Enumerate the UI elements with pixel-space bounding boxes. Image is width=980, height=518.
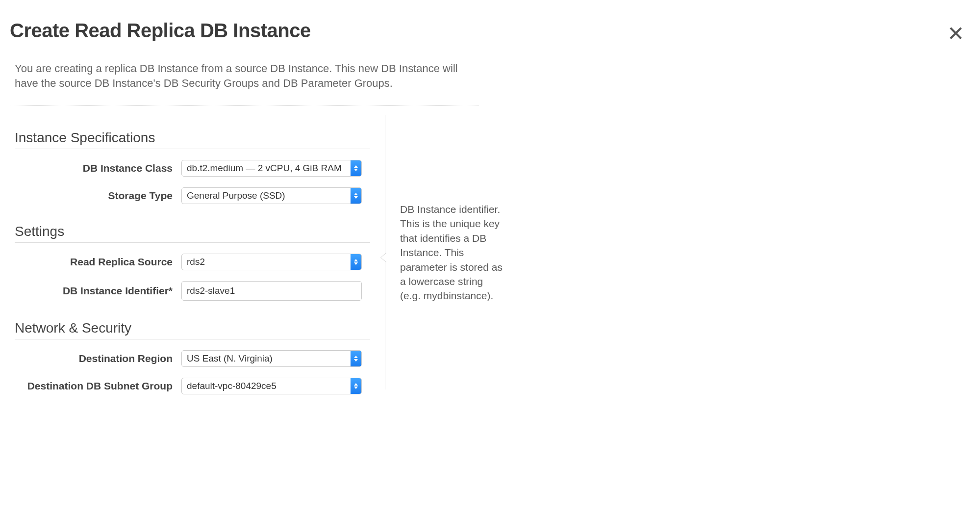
close-icon[interactable]: ✕ <box>947 24 964 44</box>
select-destination-db-subnet-group[interactable]: default-vpc-80429ce5 <box>181 378 362 394</box>
field-destination-region: Destination Region US East (N. Virginia) <box>15 350 370 367</box>
updown-icon <box>351 254 361 270</box>
field-read-replica-source: Read Replica Source rds2 <box>15 254 370 270</box>
label-destination-db-subnet-group: Destination DB Subnet Group <box>15 380 181 392</box>
select-destination-region[interactable]: US East (N. Virginia) <box>181 350 362 367</box>
section-title-settings: Settings <box>15 224 370 243</box>
help-column: DB Instance identifier. This is the uniq… <box>385 110 513 394</box>
callout-arrow-icon <box>380 253 386 262</box>
select-value: db.t2.medium — 2 vCPU, 4 GiB RAM <box>182 163 347 174</box>
label-destination-region: Destination Region <box>15 353 181 364</box>
select-read-replica-source[interactable]: rds2 <box>181 254 362 270</box>
section-title-network-security: Network & Security <box>15 320 370 339</box>
field-destination-db-subnet-group: Destination DB Subnet Group default-vpc-… <box>15 378 370 394</box>
select-storage-type[interactable]: General Purpose (SSD) <box>181 187 362 204</box>
dialog-create-read-replica: ✕ Create Read Replica DB Instance You ar… <box>0 0 980 518</box>
page-title: Create Read Replica DB Instance <box>10 20 970 42</box>
help-text-db-instance-identifier: DB Instance identifier. This is the uniq… <box>400 202 503 303</box>
select-value: US East (N. Virginia) <box>182 353 277 364</box>
select-value: General Purpose (SSD) <box>182 190 290 201</box>
updown-icon <box>351 188 361 204</box>
form-column: Instance Specifications DB Instance Clas… <box>15 110 385 394</box>
input-value: rds2-slave1 <box>182 285 240 296</box>
page-intro: You are creating a replica DB Instance f… <box>10 61 471 90</box>
divider <box>10 105 479 105</box>
field-storage-type: Storage Type General Purpose (SSD) <box>15 187 370 204</box>
select-value: default-vpc-80429ce5 <box>182 381 281 391</box>
updown-icon <box>351 351 361 366</box>
field-db-instance-identifier: DB Instance Identifier* rds2-slave1 <box>15 281 370 301</box>
label-db-instance-identifier: DB Instance Identifier* <box>15 285 181 297</box>
select-db-instance-class[interactable]: db.t2.medium — 2 vCPU, 4 GiB RAM <box>181 160 362 177</box>
input-db-instance-identifier[interactable]: rds2-slave1 <box>181 281 362 301</box>
content-area: Instance Specifications DB Instance Clas… <box>10 110 970 394</box>
section-title-instance-spec: Instance Specifications <box>15 130 370 149</box>
updown-icon <box>351 160 361 176</box>
field-db-instance-class: DB Instance Class db.t2.medium — 2 vCPU,… <box>15 160 370 177</box>
updown-icon <box>351 378 361 394</box>
label-storage-type: Storage Type <box>15 190 181 202</box>
label-db-instance-class: DB Instance Class <box>15 162 181 174</box>
label-read-replica-source: Read Replica Source <box>15 256 181 268</box>
select-value: rds2 <box>182 257 210 267</box>
